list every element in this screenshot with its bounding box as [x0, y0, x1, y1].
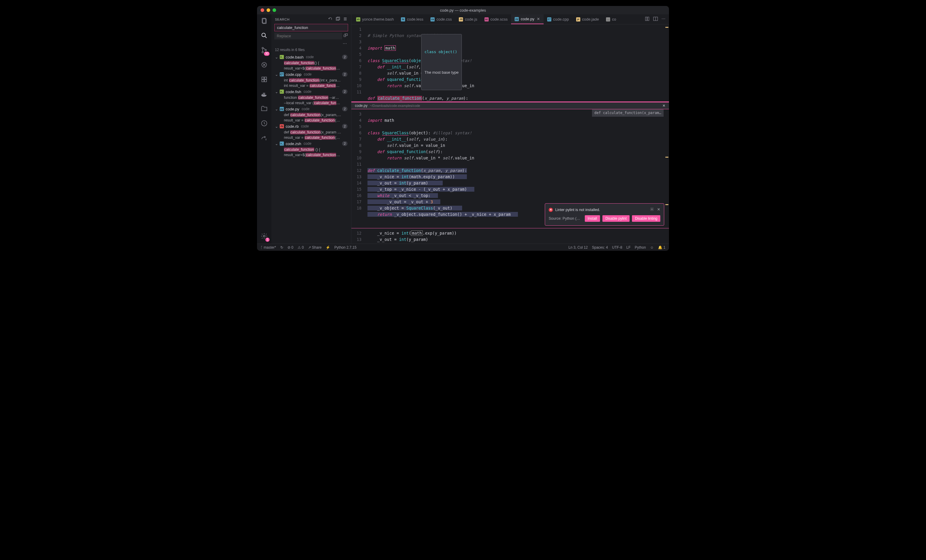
- settings-badge: 1: [265, 238, 269, 242]
- svg-rect-7: [262, 77, 264, 79]
- peek-reference[interactable]: def calculate_function(x_param…: [592, 109, 664, 117]
- tab-co[interactable]: … co: [602, 14, 620, 24]
- live-share-icon[interactable]: [260, 134, 268, 142]
- cursor-position[interactable]: Ln 3, Col 12: [568, 245, 588, 250]
- replace-all-icon[interactable]: [343, 33, 348, 39]
- extensions-icon[interactable]: [260, 76, 268, 84]
- tab-code-js[interactable]: JS code.js: [455, 14, 481, 24]
- file-icon: jd: [576, 17, 580, 21]
- gutter: 1234567891011: [351, 24, 365, 101]
- python-version[interactable]: Python 2.7.15: [334, 245, 356, 250]
- code-area[interactable]: # Simple Python syntax highlight code im…: [365, 24, 664, 101]
- clock-icon[interactable]: [260, 120, 268, 128]
- window-close[interactable]: [260, 8, 264, 12]
- search-file-row[interactable]: ⌄ C⁺ code.cpp code 2: [273, 71, 349, 78]
- search-input[interactable]: [274, 24, 348, 31]
- compare-icon[interactable]: [645, 17, 649, 22]
- search-file-row[interactable]: ⌄ rb code.rb code 2: [273, 123, 349, 130]
- replace-input[interactable]: [274, 33, 342, 39]
- docker-icon[interactable]: [260, 91, 268, 98]
- encoding-status[interactable]: UTF-8: [612, 245, 622, 250]
- disable-linting-button[interactable]: Disable linting: [632, 215, 660, 222]
- editor-top[interactable]: 1234567891011 # Simple Python syntax hig…: [351, 24, 669, 102]
- search-match[interactable]: result_var=$(calculate_function…: [273, 152, 349, 157]
- errors-count[interactable]: ⊘ 0: [287, 245, 294, 250]
- search-match[interactable]: result_var = calculate_function(…: [273, 135, 349, 140]
- tab-label: code.js: [465, 17, 477, 21]
- tab-code-py[interactable]: py code.py ✕: [511, 14, 543, 24]
- more-actions-icon[interactable]: ⋯: [661, 17, 666, 22]
- eol-status[interactable]: LF: [626, 245, 631, 250]
- search-match[interactable]: def calculate_function(x_param,…: [273, 112, 349, 118]
- activity-bar: 30 1: [257, 14, 271, 244]
- tab-close-icon[interactable]: ✕: [537, 17, 540, 21]
- split-editor-icon[interactable]: [653, 17, 658, 22]
- live-share-status[interactable]: ↗ Share: [308, 245, 321, 250]
- minimap[interactable]: [664, 109, 669, 228]
- refresh-icon[interactable]: [328, 17, 333, 22]
- search-match[interactable]: --local result_var (calculate_fun…: [273, 100, 349, 106]
- file-icon: sh: [356, 17, 360, 21]
- search-match[interactable]: function calculate_function --ar…: [273, 95, 349, 100]
- tab-code-css[interactable]: cs code.css: [427, 14, 455, 24]
- feedback-icon[interactable]: ☺: [650, 245, 654, 250]
- search-match[interactable]: result_var = calculate_function(…: [273, 118, 349, 123]
- search-match[interactable]: int calculate_function(int x_para…: [273, 78, 349, 83]
- source-control-icon[interactable]: 30: [260, 47, 268, 54]
- svg-point-4: [262, 51, 263, 53]
- search-icon[interactable]: [260, 32, 268, 40]
- search-match[interactable]: calculate_function() {: [273, 60, 349, 66]
- peek-filename[interactable]: code.py: [355, 104, 368, 108]
- window-maximize[interactable]: [272, 8, 276, 12]
- file-icon: C⁺: [547, 17, 551, 21]
- svg-rect-18: [648, 17, 649, 21]
- notification-message: Linter pylint is not installed.: [555, 208, 600, 212]
- debug-icon[interactable]: [260, 61, 268, 69]
- scm-badge: 30: [264, 51, 269, 56]
- sync-icon[interactable]: ↻: [280, 245, 283, 250]
- svg-rect-9: [262, 80, 264, 82]
- tab-code-jade[interactable]: jd code.jade: [573, 14, 602, 24]
- notification-close-icon[interactable]: ✕: [657, 207, 660, 212]
- search-match[interactable]: int result_var = calculate_functi…: [273, 83, 349, 88]
- search-match[interactable]: def calculate_function(x_param …: [273, 130, 349, 135]
- search-file-row[interactable]: ⌄ >_ code.fish code 2: [273, 88, 349, 95]
- search-more-icon[interactable]: ⋯: [271, 41, 351, 47]
- explorer-icon[interactable]: [260, 17, 268, 26]
- folder-icon[interactable]: [260, 105, 268, 113]
- sidebar-title: SEARCH: [275, 18, 326, 21]
- indent-status[interactable]: Spaces: 4: [592, 245, 608, 250]
- tab-code-less[interactable]: ls code.less: [397, 14, 427, 24]
- warnings-count[interactable]: ⚠ 0: [298, 245, 304, 250]
- collapse-icon[interactable]: [343, 17, 348, 22]
- editor-bottom[interactable]: 1213 _v_nice = int(math.exp(y_param)) _v…: [351, 228, 669, 244]
- svg-point-5: [265, 50, 266, 51]
- bolt-icon[interactable]: ⚡: [326, 245, 330, 250]
- tab-code-scss[interactable]: sc code.scss: [481, 14, 511, 24]
- window-minimize[interactable]: [266, 8, 270, 12]
- peek-header: code.py ~/Downloads/code-examples/code ✕: [351, 102, 669, 109]
- search-file-row[interactable]: ⌄ py code.py code 2: [273, 106, 349, 112]
- notification-gear-icon[interactable]: [650, 207, 654, 212]
- minimap[interactable]: [664, 24, 669, 101]
- file-icon: JS: [459, 17, 463, 21]
- git-branch[interactable]: ᚴ master*: [260, 245, 276, 250]
- install-button[interactable]: Install: [585, 215, 600, 222]
- gutter: 3456789101112131415161718: [351, 109, 365, 228]
- svg-point-12: [263, 235, 265, 237]
- language-mode[interactable]: Python: [635, 245, 646, 250]
- disable-pylint-button[interactable]: Disable pylint: [602, 215, 629, 222]
- search-file-row[interactable]: ⌄ >_ code.bash code 2: [273, 54, 349, 60]
- search-file-row[interactable]: ⌄ >_ code.zsh code 2: [273, 140, 349, 147]
- peek-close-icon[interactable]: ✕: [663, 104, 666, 108]
- tab-yonce-theme-bash[interactable]: sh yonce.theme.bash: [353, 14, 397, 24]
- tab-code-cpp[interactable]: C⁺ code.cpp: [543, 14, 573, 24]
- settings-gear-icon[interactable]: 1: [260, 233, 268, 241]
- search-match[interactable]: result_var=$(calculate_function…: [273, 66, 349, 71]
- code-area[interactable]: _v_nice = int(math.exp(y_param)) _v_out …: [365, 229, 669, 244]
- notifications-bell-icon[interactable]: 🔔 1: [658, 245, 666, 250]
- file-icon: sc: [484, 17, 489, 21]
- tab-label: code.scss: [490, 17, 508, 21]
- clear-icon[interactable]: [336, 17, 340, 22]
- search-match[interactable]: calculate_function () {: [273, 147, 349, 152]
